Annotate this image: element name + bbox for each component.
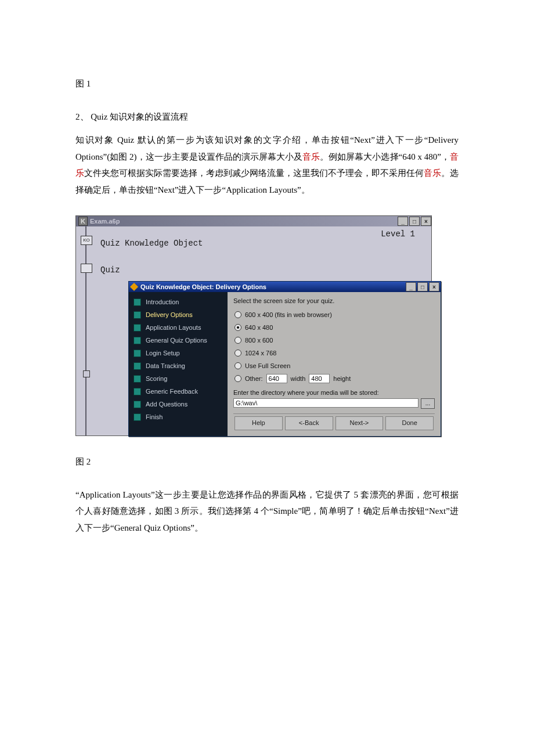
figure2-wrap: K Exam.a6p _ □ × KO Level 1 Qui [75,215,459,436]
other-height-label: height [333,375,351,383]
back-button[interactable]: <-Back [285,416,333,430]
radio-icon [234,375,241,382]
nav-label: Generic Feedback [146,387,198,395]
ko-node-label: Quiz Knowledge Object [100,238,203,249]
dialog-close-icon[interactable]: × [429,282,439,291]
nav-add-questions[interactable]: Add Questions [131,398,225,411]
radio-fullscreen[interactable]: Use Full Screen [233,359,435,372]
screen-size-prompt: Select the screen size for your quiz. [233,297,435,305]
paragraph-2: “Application Layouts”这一步主要是让您选择作品的界面风格，它… [75,487,459,537]
figure2-caption: 图 2 [75,453,459,470]
radio-800x600[interactable]: 800 x 600 [233,334,435,347]
window-title: Exam.a6p [90,217,120,225]
p1-red3: 音乐 [424,168,441,178]
browse-button[interactable]: ... [421,398,435,409]
other-width-label: width [291,375,306,383]
nav-introduction[interactable]: Introduction [131,296,225,308]
nav-application-layouts[interactable]: Application Layouts [131,321,225,334]
diamond-icon [130,283,138,291]
radio-icon [234,362,241,369]
level-label: Level 1 [381,229,415,239]
step-icon [134,413,141,421]
dialog-main-panel: Select the screen size for your quiz. 60… [228,292,441,436]
step-icon [134,362,141,370]
radio-other[interactable]: Other: 640 width 480 height [233,372,435,385]
paragraph-1: 知识对象 Quiz 默认的第一步为该知识对象的文字介绍，单击按钮“Next”进入… [75,132,459,198]
nav-general-quiz-options[interactable]: General Quiz Options [131,334,225,347]
flow-canvas: Level 1 Quiz Knowledge Object Quiz Quiz … [97,226,431,435]
wizard-nav: Introduction Delivery Options Applicatio… [129,292,228,436]
step-icon [134,401,141,408]
media-dir-prompt: Enter the directory where your media wil… [233,388,435,397]
next-button[interactable]: Next-> [335,416,384,430]
nav-scoring[interactable]: Scoring [131,372,225,385]
nav-login-setup[interactable]: Login Setup [131,347,225,359]
nav-label: Application Layouts [146,323,201,332]
media-dir-input[interactable]: G:\wav\ [233,398,418,408]
nav-finish[interactable]: Finish [131,411,225,423]
app-icon: K [78,217,88,226]
close-icon[interactable]: × [421,217,431,226]
step-icon [134,375,141,383]
step-icon [134,324,141,332]
p1-red1: 音乐 [302,152,320,161]
nav-label: Add Questions [146,400,187,408]
dialog-window-controls: _ □ × [405,282,439,291]
quiz-node-label: Quiz [100,265,120,275]
nav-label: Login Setup [146,349,180,357]
dialog-minimize-icon[interactable]: _ [406,282,416,291]
maximize-icon[interactable]: □ [409,217,420,226]
media-dir-row: G:\wav\ ... [233,398,435,409]
radio-label: 640 x 480 [245,323,273,332]
radio-600x400[interactable]: 600 x 400 (fits in web browser) [233,308,435,321]
dialog-button-row: Help <-Back Next-> Done [233,413,435,431]
step-icon [134,388,141,395]
nav-generic-feedback[interactable]: Generic Feedback [131,385,225,398]
radio-640x480[interactable]: 640 x 480 [233,321,435,334]
dialog-title-text: Quiz Knowledge Object: Delivery Options [140,283,266,291]
radio-label: 800 x 600 [245,336,273,344]
nav-label: Introduction [146,298,179,306]
window-controls: _ □ × [396,217,431,226]
radio-icon [234,350,241,357]
nav-label: General Quiz Options [146,336,207,344]
p1-s2: 。例如屏幕大小选择“640 x 480”， [320,152,450,161]
nav-label: Delivery Options [146,311,193,319]
radio-icon [234,337,241,344]
radio-label: Other: [245,375,263,383]
radio-label: 600 x 400 (fits in web browser) [245,311,332,319]
step-icon [134,298,141,306]
ko-node-icon[interactable]: KO [81,236,92,245]
nav-label: Scoring [146,375,167,383]
document-page: 图 1 2、 Quiz 知识对象的设置流程 知识对象 Quiz 默认的第一步为该… [0,0,534,756]
dialog-maximize-icon[interactable]: □ [417,282,428,291]
quiz-node-icon[interactable] [81,264,92,273]
p1-s3: 文件夹您可根据实际需要选择，考虑到减少网络流量，这里我们不予理会，即不采用任何 [84,168,424,178]
end-node-icon [83,370,90,377]
step-icon [134,350,141,357]
radio-label: 1024 x 768 [245,349,276,357]
authorware-titlebar[interactable]: K Exam.a6p _ □ × [76,216,431,226]
figure1-caption: 图 1 [75,75,459,92]
help-button[interactable]: Help [234,416,283,430]
delivery-options-dialog: Quiz Knowledge Object: Delivery Options … [128,281,441,437]
nav-label: Data Tracking [146,362,185,370]
radio-label: Use Full Screen [245,362,290,370]
nav-label: Finish [146,413,163,421]
section-heading: 2、 Quiz 知识对象的设置流程 [75,109,459,125]
done-button[interactable]: Done [385,416,434,430]
flowline [85,226,86,435]
dialog-body: Introduction Delivery Options Applicatio… [129,292,441,436]
nav-delivery-options[interactable]: Delivery Options [131,308,225,321]
radio-1024x768[interactable]: 1024 x 768 [233,347,435,359]
radio-icon [234,324,241,331]
other-height-input[interactable]: 480 [309,374,330,383]
dialog-titlebar[interactable]: Quiz Knowledge Object: Delivery Options … [129,282,441,292]
flowline-rail: KO [76,226,97,435]
minimize-icon[interactable]: _ [398,217,408,226]
step-icon [134,337,141,344]
authorware-body: KO Level 1 Quiz Knowledge Object Quiz Qu… [76,226,431,435]
other-width-input[interactable]: 640 [266,374,287,383]
nav-data-tracking[interactable]: Data Tracking [131,359,225,372]
radio-icon [234,311,241,318]
